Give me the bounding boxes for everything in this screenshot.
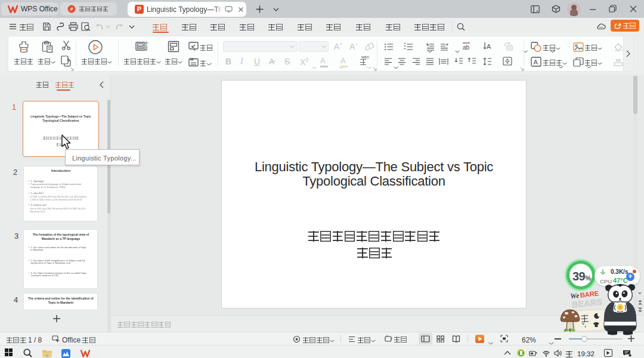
svg-text:ab: ab	[463, 44, 470, 51]
svg-text:A: A	[534, 58, 538, 66]
svg-text:A: A	[487, 43, 491, 50]
